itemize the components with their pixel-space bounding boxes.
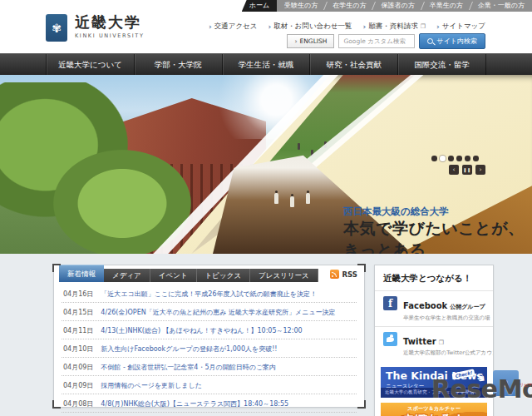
facebook-link[interactable]: f Facebook公開グループ 卒業生や在学生と教職員の交流の場	[375, 290, 493, 326]
search-icon	[427, 38, 433, 44]
top-tab-students[interactable]: 在学生の方	[325, 0, 373, 12]
frame-corner	[374, 265, 382, 272]
news-panel: 新着情報 メディア イベント トピックス プレスリリース RSS 04月16日 …	[53, 265, 365, 408]
utility-link-application[interactable]: ›願書・資料請求❐	[363, 22, 426, 32]
frame-corner	[52, 264, 61, 272]
news-link[interactable]: 不倒館 - 創設者世耕弘一記念室4・5月の開館日時のご案内	[101, 363, 276, 372]
site-header: ✾ 近畿大学 KINKI UNIVERSITY ホーム 受験生の方 在学生の方 …	[0, 0, 532, 54]
news-row: 04月10日 新入生向けFacebookグループの登録者が1,000人を突破!!	[62, 339, 357, 358]
news-date: 04月15日	[63, 308, 93, 317]
utility-link-sitemap[interactable]: ›サイトマップ	[436, 22, 485, 32]
search-area: ›ENGLISH サイト内検索	[287, 33, 485, 49]
twitter-icon	[383, 332, 397, 346]
news-link[interactable]: 4/13(土)NHK(総合) 【あほやねん！すきやねん！】10:05～12:00	[101, 326, 302, 335]
carousel-dot[interactable]	[456, 156, 462, 161]
news-row: 04月08日 4/8(月)NHK総合(大阪)【ニューステラス関西】18:40～1…	[62, 394, 357, 413]
news-tab-new[interactable]: 新着情報	[59, 265, 104, 282]
news-date: 04月16日	[63, 290, 93, 299]
news-date: 04月11日	[63, 326, 93, 335]
nav-item-about[interactable]: 近畿大学について	[46, 54, 134, 75]
hero-carousel: ‹ ❚❚ › 西日本最大級の総合大学 本気で学びたいことが、 きっとある ›学部…	[0, 75, 532, 254]
rss-icon	[330, 270, 339, 279]
utility-links: ›交通アクセス ›取材・お問い合わせ一覧 ›願書・資料請求❐ ›サイトマップ	[209, 22, 485, 32]
rss-link[interactable]: RSS	[330, 270, 357, 279]
hero-tagline: 西日本最大級の総合大学	[343, 206, 449, 218]
news-row: 04月16日 「近大エコ出願」ここに完成！平成26年度入試で紙の願書廃止を決定！	[62, 285, 357, 303]
news-date: 04月09日	[63, 381, 93, 390]
carousel-prev-button[interactable]: ‹	[449, 165, 459, 175]
arrow-icon: ›	[268, 22, 272, 31]
news-date: 04月09日	[63, 363, 93, 372]
sidebar-title: 近畿大学とつながる！	[375, 265, 493, 290]
news-list: 04月16日 「近大エコ出願」ここに完成！平成26年度入試で紙の願書廃止を決定！…	[54, 282, 364, 413]
news-tab-topics[interactable]: トピックス	[197, 269, 251, 282]
news-tab-media[interactable]: メディア	[104, 269, 150, 282]
carousel-next-button[interactable]: ›	[475, 165, 485, 175]
carousel-dot[interactable]	[431, 156, 437, 161]
frame-corner	[486, 265, 494, 272]
nav-item-research[interactable]: 研究・社会貢献	[309, 54, 397, 75]
arrow-icon: ›	[363, 22, 367, 31]
carousel-pause-button[interactable]: ❚❚	[462, 165, 472, 175]
university-name-en: KINKI UNIVERSITY	[75, 32, 144, 39]
news-link[interactable]: 4/8(月)NHK総合(大阪)【ニューステラス関西】18:40～18:55	[101, 399, 288, 409]
spokaru-banner[interactable]: スポーツ＆カルチャー すぽかる！ クラブ活動報告ブログ	[381, 403, 487, 416]
carousel-dot[interactable]	[448, 156, 454, 161]
nav-item-international[interactable]: 国際交流・留学	[397, 54, 486, 75]
news-date: 04月08日	[63, 399, 93, 409]
top-tab-alumni[interactable]: 卒業生の方	[422, 0, 470, 12]
top-tab-home[interactable]: ホーム	[242, 0, 277, 12]
frame-corner	[52, 400, 61, 409]
news-row: 04月11日 4/13(土)NHK(総合) 【あほやねん！すきやねん！】10:0…	[62, 321, 357, 339]
hero-headline: 本気で学びたいことが、 きっとある	[343, 217, 525, 254]
news-tab-press[interactable]: プレスリリース	[250, 269, 318, 282]
university-emblem-icon: ✾	[46, 14, 67, 42]
carousel-dots	[431, 156, 479, 161]
news-row: 04月09日 採用情報のページを更新しました	[62, 376, 357, 394]
external-link-icon: ❐	[421, 23, 426, 30]
news-row: 04月15日 4/26(金)OPEN「近大卒の魚と紀州の恵み 近畿大学水産研究所…	[62, 303, 357, 321]
news-tab-bar: 新着情報 メディア イベント トピックス プレスリリース	[54, 265, 364, 282]
site-search-input[interactable]	[338, 34, 415, 48]
utility-link-contact[interactable]: ›取材・お問い合わせ一覧	[268, 22, 352, 32]
carousel-controls: ‹ ❚❚ ›	[449, 165, 485, 175]
english-button[interactable]: ›ENGLISH	[287, 34, 334, 48]
news-link[interactable]: 採用情報のページを更新しました	[101, 381, 202, 390]
news-row: 04月09日 不倒館 - 創設者世耕弘一記念室4・5月の開館日時のご案内	[62, 358, 357, 376]
news-link[interactable]: 「近大エコ出願」ここに完成！平成26年度入試で紙の願書廃止を決定！	[101, 290, 317, 299]
site-search-button[interactable]: サイト内検索	[419, 33, 485, 49]
watermark-small-label: リセマム	[520, 382, 532, 387]
top-tab-parents[interactable]: 保護者の方	[373, 0, 421, 12]
carousel-dot[interactable]	[465, 156, 470, 161]
carousel-dot-active[interactable]	[440, 156, 446, 161]
university-name: 近畿大学	[75, 14, 144, 31]
nav-item-faculties[interactable]: 学部・大学院	[134, 54, 222, 75]
top-tab-applicants[interactable]: 受験生の方	[277, 0, 325, 12]
pedestrian-figure	[298, 143, 300, 150]
utility-link-access[interactable]: ›交通アクセス	[209, 22, 258, 32]
news-link[interactable]: 新入生向けFacebookグループの登録者が1,000人を突破!!	[101, 344, 277, 354]
news-link[interactable]: 4/26(金)OPEN「近大卒の魚と紀州の恵み 近畿大学水産研究所」メニュー決定	[101, 308, 335, 317]
top-tab-business[interactable]: 企業・一般の方	[470, 0, 532, 12]
person-figure	[274, 193, 278, 204]
nav-item-campus-life[interactable]: 学生生活・就職	[222, 54, 310, 75]
kinki-university-homepage: ✾ 近畿大学 KINKI UNIVERSITY ホーム 受験生の方 在学生の方 …	[0, 0, 532, 416]
twitter-link[interactable]: Twitter❐ 近畿大学広報部のTwitter公式アカウント	[375, 326, 493, 362]
person-figure	[306, 193, 310, 204]
news-tab-event[interactable]: イベント	[150, 269, 197, 282]
audience-tab-bar: ホーム 受験生の方 在学生の方 保護者の方 卒業生の方 企業・一般の方	[242, 0, 532, 12]
arrow-icon: ›	[209, 22, 212, 31]
person-figure	[290, 196, 294, 207]
frame-corner	[357, 264, 366, 272]
arrow-icon: ›	[436, 22, 440, 31]
main-nav: 近畿大学について 学部・大学院 学生生活・就職 研究・社会貢献 国際交流・留学	[0, 53, 532, 75]
carousel-dot[interactable]	[473, 156, 479, 161]
resemom-watermark: ReseMom.	[431, 374, 532, 404]
external-link-icon: ❐	[439, 339, 444, 346]
news-date: 04月10日	[63, 344, 93, 354]
arrow-icon: ›	[294, 37, 297, 45]
facebook-icon: f	[383, 296, 397, 310]
frame-corner	[357, 400, 366, 409]
site-logo[interactable]: ✾ 近畿大学 KINKI UNIVERSITY	[46, 14, 144, 42]
